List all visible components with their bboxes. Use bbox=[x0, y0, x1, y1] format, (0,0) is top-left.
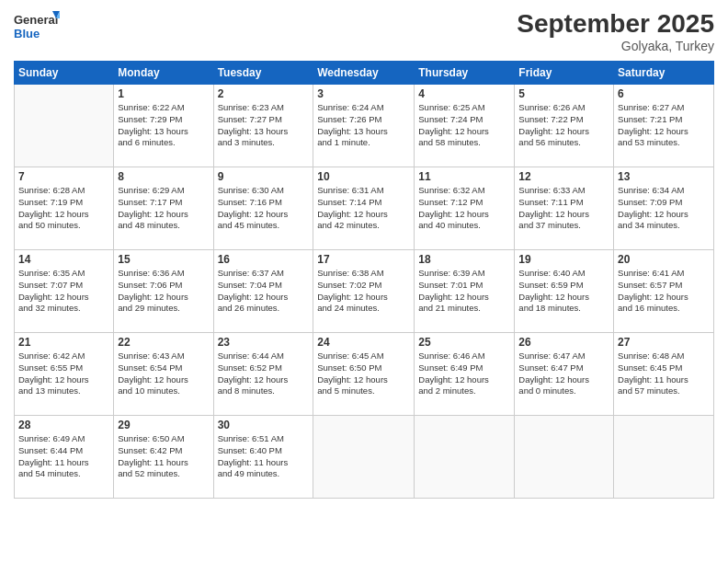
calendar-cell: 18Sunrise: 6:39 AMSunset: 7:01 PMDayligh… bbox=[415, 250, 515, 333]
calendar-cell: 28Sunrise: 6:49 AMSunset: 6:44 PMDayligh… bbox=[15, 416, 114, 499]
day-info: Sunrise: 6:40 AMSunset: 6:59 PMDaylight:… bbox=[518, 268, 609, 315]
day-number: 3 bbox=[317, 87, 410, 100]
day-info: Sunrise: 6:24 AMSunset: 7:26 PMDaylight:… bbox=[317, 102, 410, 149]
calendar-header-sunday: Sunday bbox=[15, 62, 114, 85]
day-info: Sunrise: 6:47 AMSunset: 6:47 PMDaylight:… bbox=[518, 350, 609, 397]
calendar-cell bbox=[15, 85, 114, 167]
day-number: 8 bbox=[118, 170, 209, 183]
calendar-cell: 27Sunrise: 6:48 AMSunset: 6:45 PMDayligh… bbox=[614, 333, 714, 416]
day-number: 30 bbox=[218, 419, 310, 431]
day-number: 18 bbox=[418, 253, 510, 266]
day-info: Sunrise: 6:34 AMSunset: 7:09 PMDaylight:… bbox=[618, 185, 710, 232]
day-number: 11 bbox=[418, 170, 510, 183]
day-number: 4 bbox=[418, 87, 510, 100]
calendar-header-friday: Friday bbox=[515, 62, 614, 85]
calendar-header-wednesday: Wednesday bbox=[313, 62, 415, 85]
day-number: 29 bbox=[118, 419, 209, 431]
day-number: 9 bbox=[218, 170, 310, 183]
day-info: Sunrise: 6:43 AMSunset: 6:54 PMDaylight:… bbox=[118, 350, 209, 397]
calendar-header-row: SundayMondayTuesdayWednesdayThursdayFrid… bbox=[15, 62, 714, 85]
day-number: 25 bbox=[418, 336, 510, 349]
day-info: Sunrise: 6:44 AMSunset: 6:52 PMDaylight:… bbox=[218, 350, 310, 397]
calendar-cell: 8Sunrise: 6:29 AMSunset: 7:17 PMDaylight… bbox=[114, 167, 213, 250]
page: General Blue September 2025 Golyaka, Tur… bbox=[0, 0, 728, 563]
calendar-table: SundayMondayTuesdayWednesdayThursdayFrid… bbox=[14, 61, 714, 499]
calendar-cell: 2Sunrise: 6:23 AMSunset: 7:27 PMDaylight… bbox=[213, 85, 313, 167]
calendar-cell: 6Sunrise: 6:27 AMSunset: 7:21 PMDaylight… bbox=[614, 85, 714, 167]
calendar-header-monday: Monday bbox=[114, 62, 213, 85]
calendar-cell bbox=[415, 416, 515, 499]
calendar-cell: 23Sunrise: 6:44 AMSunset: 6:52 PMDayligh… bbox=[213, 333, 313, 416]
day-info: Sunrise: 6:49 AMSunset: 6:44 PMDaylight:… bbox=[18, 433, 109, 480]
calendar-cell: 20Sunrise: 6:41 AMSunset: 6:57 PMDayligh… bbox=[614, 250, 714, 333]
calendar-cell: 30Sunrise: 6:51 AMSunset: 6:40 PMDayligh… bbox=[213, 416, 313, 499]
day-number: 27 bbox=[618, 336, 710, 349]
day-info: Sunrise: 6:36 AMSunset: 7:06 PMDaylight:… bbox=[118, 268, 209, 315]
day-info: Sunrise: 6:27 AMSunset: 7:21 PMDaylight:… bbox=[618, 102, 710, 149]
day-number: 21 bbox=[18, 336, 109, 349]
day-number: 7 bbox=[18, 170, 109, 183]
day-number: 26 bbox=[518, 336, 609, 349]
title-block: September 2025 Golyaka, Turkey bbox=[517, 9, 714, 53]
day-info: Sunrise: 6:42 AMSunset: 6:55 PMDaylight:… bbox=[18, 350, 109, 397]
logo: General Blue bbox=[14, 9, 60, 44]
day-info: Sunrise: 6:28 AMSunset: 7:19 PMDaylight:… bbox=[18, 185, 109, 232]
day-info: Sunrise: 6:22 AMSunset: 7:29 PMDaylight:… bbox=[118, 102, 209, 149]
calendar-week-row: 14Sunrise: 6:35 AMSunset: 7:07 PMDayligh… bbox=[15, 250, 714, 333]
day-info: Sunrise: 6:30 AMSunset: 7:16 PMDaylight:… bbox=[218, 185, 310, 232]
calendar-cell: 12Sunrise: 6:33 AMSunset: 7:11 PMDayligh… bbox=[515, 167, 614, 250]
calendar-cell: 3Sunrise: 6:24 AMSunset: 7:26 PMDaylight… bbox=[313, 85, 415, 167]
day-number: 15 bbox=[118, 253, 209, 266]
day-info: Sunrise: 6:29 AMSunset: 7:17 PMDaylight:… bbox=[118, 185, 209, 232]
calendar-cell: 16Sunrise: 6:37 AMSunset: 7:04 PMDayligh… bbox=[213, 250, 313, 333]
calendar-cell: 5Sunrise: 6:26 AMSunset: 7:22 PMDaylight… bbox=[515, 85, 614, 167]
day-info: Sunrise: 6:25 AMSunset: 7:24 PMDaylight:… bbox=[418, 102, 510, 149]
day-number: 28 bbox=[18, 419, 109, 431]
calendar-cell: 9Sunrise: 6:30 AMSunset: 7:16 PMDaylight… bbox=[213, 167, 313, 250]
day-number: 17 bbox=[317, 253, 410, 266]
day-number: 10 bbox=[317, 170, 410, 183]
day-info: Sunrise: 6:32 AMSunset: 7:12 PMDaylight:… bbox=[418, 185, 510, 232]
day-info: Sunrise: 6:51 AMSunset: 6:40 PMDaylight:… bbox=[218, 433, 310, 480]
day-number: 23 bbox=[218, 336, 310, 349]
calendar-cell: 29Sunrise: 6:50 AMSunset: 6:42 PMDayligh… bbox=[114, 416, 213, 499]
day-number: 2 bbox=[218, 87, 310, 100]
calendar-cell: 7Sunrise: 6:28 AMSunset: 7:19 PMDaylight… bbox=[15, 167, 114, 250]
day-info: Sunrise: 6:33 AMSunset: 7:11 PMDaylight:… bbox=[518, 185, 609, 232]
calendar-cell: 22Sunrise: 6:43 AMSunset: 6:54 PMDayligh… bbox=[114, 333, 213, 416]
calendar-header-saturday: Saturday bbox=[614, 62, 714, 85]
calendar-week-row: 28Sunrise: 6:49 AMSunset: 6:44 PMDayligh… bbox=[15, 416, 714, 499]
day-number: 1 bbox=[118, 87, 209, 100]
day-number: 13 bbox=[618, 170, 710, 183]
day-info: Sunrise: 6:46 AMSunset: 6:49 PMDaylight:… bbox=[418, 350, 510, 397]
day-number: 14 bbox=[18, 253, 109, 266]
calendar-cell: 25Sunrise: 6:46 AMSunset: 6:49 PMDayligh… bbox=[415, 333, 515, 416]
calendar-header-thursday: Thursday bbox=[415, 62, 515, 85]
calendar-cell: 10Sunrise: 6:31 AMSunset: 7:14 PMDayligh… bbox=[313, 167, 415, 250]
day-number: 19 bbox=[518, 253, 609, 266]
day-info: Sunrise: 6:35 AMSunset: 7:07 PMDaylight:… bbox=[18, 268, 109, 315]
calendar-cell: 11Sunrise: 6:32 AMSunset: 7:12 PMDayligh… bbox=[415, 167, 515, 250]
header: General Blue September 2025 Golyaka, Tur… bbox=[14, 9, 714, 53]
day-info: Sunrise: 6:41 AMSunset: 6:57 PMDaylight:… bbox=[618, 268, 710, 315]
day-info: Sunrise: 6:26 AMSunset: 7:22 PMDaylight:… bbox=[518, 102, 609, 149]
day-info: Sunrise: 6:31 AMSunset: 7:14 PMDaylight:… bbox=[317, 185, 410, 232]
calendar-week-row: 7Sunrise: 6:28 AMSunset: 7:19 PMDaylight… bbox=[15, 167, 714, 250]
calendar-cell: 26Sunrise: 6:47 AMSunset: 6:47 PMDayligh… bbox=[515, 333, 614, 416]
calendar-cell: 19Sunrise: 6:40 AMSunset: 6:59 PMDayligh… bbox=[515, 250, 614, 333]
calendar-cell: 1Sunrise: 6:22 AMSunset: 7:29 PMDaylight… bbox=[114, 85, 213, 167]
day-info: Sunrise: 6:39 AMSunset: 7:01 PMDaylight:… bbox=[418, 268, 510, 315]
location: Golyaka, Turkey bbox=[517, 39, 714, 53]
day-number: 22 bbox=[118, 336, 209, 349]
svg-text:General: General bbox=[14, 13, 58, 27]
day-number: 6 bbox=[618, 87, 710, 100]
calendar-cell: 4Sunrise: 6:25 AMSunset: 7:24 PMDaylight… bbox=[415, 85, 515, 167]
day-info: Sunrise: 6:23 AMSunset: 7:27 PMDaylight:… bbox=[218, 102, 310, 149]
day-info: Sunrise: 6:50 AMSunset: 6:42 PMDaylight:… bbox=[118, 433, 209, 480]
day-info: Sunrise: 6:48 AMSunset: 6:45 PMDaylight:… bbox=[618, 350, 710, 397]
calendar-cell: 21Sunrise: 6:42 AMSunset: 6:55 PMDayligh… bbox=[15, 333, 114, 416]
calendar-cell: 24Sunrise: 6:45 AMSunset: 6:50 PMDayligh… bbox=[313, 333, 415, 416]
day-info: Sunrise: 6:45 AMSunset: 6:50 PMDaylight:… bbox=[317, 350, 410, 397]
calendar-cell: 13Sunrise: 6:34 AMSunset: 7:09 PMDayligh… bbox=[614, 167, 714, 250]
calendar-week-row: 21Sunrise: 6:42 AMSunset: 6:55 PMDayligh… bbox=[15, 333, 714, 416]
